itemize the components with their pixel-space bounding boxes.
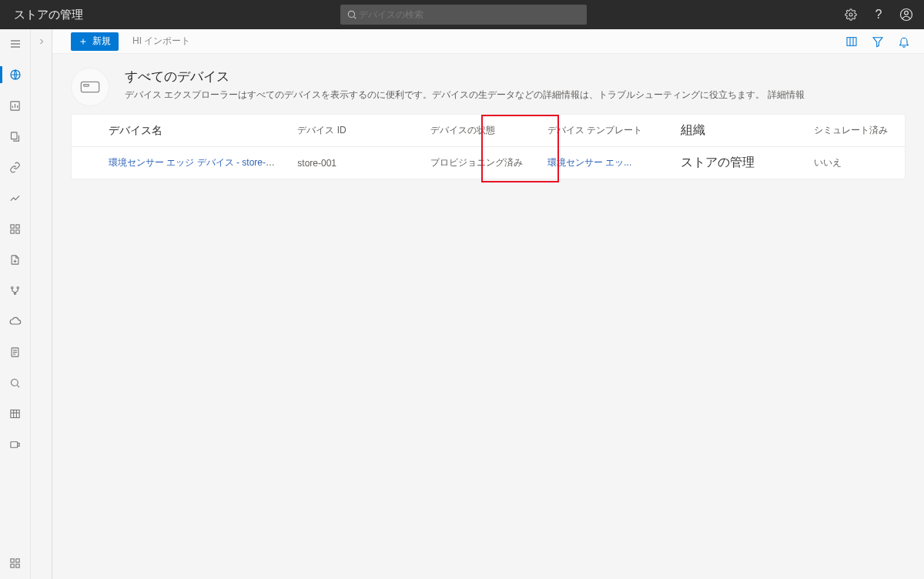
svg-rect-35: [16, 558, 19, 561]
page-header: すべてのデバイス デバイス エクスプローラーはすべてのデバイスを表示するのに便利…: [52, 54, 924, 114]
col-device-name[interactable]: デバイス名: [72, 115, 288, 147]
filter-icon[interactable]: [870, 34, 886, 49]
page-title: すべてのデバイス: [125, 68, 805, 85]
search-icon: [346, 9, 357, 20]
page-subtitle: デバイス エクスプローラーはすべてのデバイスを表示するのに便利です。デバイスの生…: [125, 89, 805, 102]
svg-rect-45: [84, 85, 89, 87]
nav-grid-icon[interactable]: [0, 219, 31, 239]
import-link[interactable]: HI インポート: [132, 35, 190, 48]
columns-icon[interactable]: [844, 34, 859, 49]
table-header-row: デバイス名 デバイス ID デバイスの状態 デバイス テンプレート 組織 シミュ…: [72, 115, 905, 147]
nav-link-icon[interactable]: [0, 157, 31, 177]
table-row[interactable]: 環境センサー エッジ デバイス - store-001 store-001 プロ…: [72, 147, 905, 179]
device-template-link[interactable]: 環境センサー エッ...: [547, 157, 631, 168]
svg-rect-37: [16, 564, 19, 567]
device-table-card: デバイス名 デバイス ID デバイスの状態 デバイス テンプレート 組織 シミュ…: [71, 114, 906, 179]
new-button[interactable]: 新規: [71, 32, 119, 51]
main-area: 新規 HI インポート すべてのデバイス デバイス エクスプローラーはすべて: [52, 29, 924, 579]
svg-point-2: [849, 13, 852, 16]
nav-doc-icon[interactable]: [0, 342, 31, 362]
svg-rect-16: [11, 229, 14, 233]
col-device-status[interactable]: デバイスの状態: [421, 115, 537, 147]
cell-org: ストアの管理: [671, 147, 805, 179]
col-device-id[interactable]: デバイス ID: [288, 115, 421, 147]
search-box[interactable]: [340, 5, 587, 25]
nav-search-icon[interactable]: [0, 373, 31, 393]
nav-file-add-icon[interactable]: [0, 249, 31, 269]
command-bar: 新規 HI インポート: [52, 29, 924, 54]
nav-analytics-icon[interactable]: [0, 188, 31, 208]
svg-line-28: [17, 385, 19, 387]
svg-rect-15: [16, 224, 19, 227]
account-icon[interactable]: [899, 8, 913, 22]
svg-rect-14: [11, 224, 14, 227]
device-hero-icon: [71, 68, 109, 106]
col-org[interactable]: 組織: [671, 115, 805, 147]
svg-point-20: [12, 286, 14, 289]
header-right: ?: [844, 8, 913, 22]
learn-more-link[interactable]: 詳細情報: [768, 89, 805, 100]
nav-devices-icon[interactable]: [0, 65, 31, 85]
svg-point-27: [12, 379, 18, 386]
svg-rect-13: [12, 132, 18, 139]
hamburger-icon[interactable]: [0, 34, 31, 54]
nav-device-groups-icon[interactable]: [0, 126, 31, 146]
svg-rect-34: [11, 558, 14, 561]
svg-rect-17: [16, 229, 19, 233]
device-name-prefix: 環境センサー エッジ デバイス -: [109, 157, 242, 168]
svg-point-21: [17, 286, 19, 289]
device-name-suffix: store-001: [242, 157, 281, 168]
cell-device-id: store-001: [288, 147, 421, 179]
top-header: ストアの管理 ?: [0, 0, 924, 29]
svg-rect-29: [11, 410, 19, 417]
nav-dashboard-icon[interactable]: [0, 95, 31, 115]
new-button-label: 新規: [92, 35, 111, 48]
nav-cloud-icon[interactable]: [0, 311, 31, 331]
nav-export-icon[interactable]: [0, 434, 31, 454]
cell-device-status: プロビジョニング済み: [421, 147, 537, 179]
app-title: ストアの管理: [14, 8, 83, 22]
col-simulated[interactable]: シミュレート済み: [805, 115, 905, 147]
panel-collapse-handle[interactable]: [31, 29, 52, 579]
app-frame: 新規 HI インポート すべてのデバイス デバイス エクスプローラーはすべて: [0, 29, 924, 579]
header-center: [83, 5, 844, 25]
help-icon[interactable]: ?: [872, 8, 886, 22]
nav-table-icon[interactable]: [0, 403, 31, 423]
svg-point-0: [348, 11, 354, 17]
page-subtitle-text: デバイス エクスプローラーはすべてのデバイスを表示するのに便利です。デバイスの生…: [125, 89, 765, 100]
svg-marker-43: [873, 37, 882, 46]
svg-point-4: [905, 11, 909, 15]
device-name-link[interactable]: 環境センサー エッジ デバイス - store-001: [109, 157, 281, 168]
device-table: デバイス名 デバイス ID デバイスの状態 デバイス テンプレート 組織 シミュ…: [72, 115, 905, 179]
plus-icon: [79, 37, 88, 46]
nav-branch-icon[interactable]: [0, 280, 31, 300]
cell-simulated: いいえ: [805, 147, 905, 179]
col-device-template[interactable]: デバイス テンプレート: [538, 115, 671, 147]
gear-icon[interactable]: [844, 8, 858, 22]
search-input[interactable]: [357, 8, 581, 21]
svg-rect-33: [11, 441, 18, 447]
svg-line-1: [354, 17, 357, 19]
svg-rect-40: [847, 37, 856, 45]
svg-rect-36: [11, 564, 14, 567]
nav-bottom-grid-icon[interactable]: [0, 553, 31, 573]
content-area: デバイス名 デバイス ID デバイスの状態 デバイス テンプレート 組織 シミュ…: [52, 114, 924, 579]
bell-icon[interactable]: [896, 34, 912, 49]
left-rail: [0, 29, 31, 579]
svg-rect-44: [81, 82, 99, 92]
